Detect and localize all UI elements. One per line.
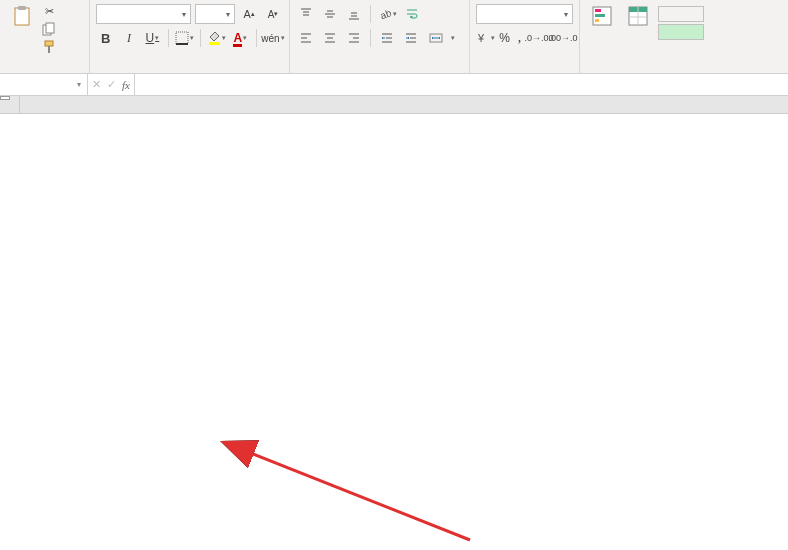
chevron-down-icon: ▾ <box>182 10 186 19</box>
scissors-icon: ✂ <box>41 3 57 19</box>
decrease-font-button[interactable]: A▾ <box>263 4 283 24</box>
table-icon <box>626 4 650 28</box>
currency-button[interactable]: ¥▾ <box>476 28 495 48</box>
increase-indent-button[interactable] <box>401 28 421 48</box>
align-bottom-button[interactable] <box>344 4 364 24</box>
copy-icon <box>41 21 57 37</box>
merge-center-button[interactable]: ▾ <box>425 29 458 47</box>
font-color-button[interactable]: A ▾ <box>231 28 250 48</box>
bucket-icon <box>207 31 221 45</box>
cancel-icon[interactable]: ✕ <box>92 78 101 91</box>
svg-text:¥: ¥ <box>477 32 485 44</box>
svg-rect-1 <box>18 6 26 10</box>
increase-font-button[interactable]: A▴ <box>239 4 259 24</box>
svg-rect-3 <box>46 23 54 33</box>
bold-button[interactable]: B <box>96 28 115 48</box>
underline-button[interactable]: U▾ <box>143 28 162 48</box>
svg-rect-4 <box>45 41 53 46</box>
font-size-combo[interactable]: ▾ <box>195 4 235 24</box>
decrease-decimal-button[interactable]: .00→.0 <box>553 28 573 48</box>
orientation-button[interactable]: ab▾ <box>377 4 397 24</box>
ribbon-group-font: ▾ ▾ A▴ A▾ B I U▾ ▾ ▾ A <box>90 0 290 73</box>
svg-rect-37 <box>595 9 601 12</box>
paste-button[interactable] <box>6 2 38 56</box>
align-left-button[interactable] <box>296 28 316 48</box>
fx-button[interactable]: fx <box>122 79 130 91</box>
orientation-icon: ab <box>378 7 392 21</box>
phonetic-button[interactable]: wén▾ <box>263 28 283 48</box>
formula-bar: ▾ ✕ ✓ fx <box>0 74 788 96</box>
format-painter-button[interactable] <box>38 38 63 56</box>
svg-text:ab: ab <box>378 7 391 21</box>
number-format-combo[interactable]: ▾ <box>476 4 573 24</box>
column-headers <box>20 96 788 114</box>
decrease-indent-button[interactable] <box>377 28 397 48</box>
chevron-down-icon: ▾ <box>564 10 568 19</box>
style-normal[interactable] <box>658 6 704 22</box>
ribbon-group-clipboard: ✂ <box>0 0 90 73</box>
align-middle-button[interactable] <box>320 4 340 24</box>
align-top-button[interactable] <box>296 4 316 24</box>
ribbon-group-alignment: ab▾ ▾ <box>290 0 470 73</box>
svg-rect-5 <box>48 46 50 53</box>
enter-icon[interactable]: ✓ <box>107 78 116 91</box>
align-right-button[interactable] <box>344 28 364 48</box>
conditional-icon <box>590 4 614 28</box>
ribbon-toolbar: ✂ <box>0 0 788 74</box>
fill-color-button[interactable]: ▾ <box>207 28 226 48</box>
conditional-format-button[interactable] <box>586 2 618 56</box>
svg-line-44 <box>248 452 470 540</box>
ribbon-group-styles <box>580 0 788 73</box>
svg-rect-38 <box>595 14 605 17</box>
brush-icon <box>41 39 57 55</box>
selection-tooltip <box>0 96 10 100</box>
chevron-down-icon: ▾ <box>226 10 230 19</box>
svg-rect-0 <box>15 8 29 25</box>
chevron-down-icon: ▾ <box>77 80 81 89</box>
name-box[interactable]: ▾ <box>0 74 88 95</box>
increase-decimal-button[interactable]: .0→.00 <box>529 28 549 48</box>
comma-button[interactable]: , <box>514 28 525 48</box>
ribbon-group-number: ▾ ¥▾ % , .0→.00 .00→.0 <box>470 0 580 73</box>
wrap-icon <box>404 6 420 22</box>
table-format-button[interactable] <box>622 2 654 56</box>
align-center-button[interactable] <box>320 28 340 48</box>
svg-rect-39 <box>595 19 599 22</box>
wrap-text-button[interactable] <box>401 5 426 23</box>
svg-rect-6 <box>176 32 188 44</box>
percent-button[interactable]: % <box>499 28 510 48</box>
italic-button[interactable]: I <box>119 28 138 48</box>
border-icon <box>175 31 189 45</box>
merge-icon <box>428 30 444 46</box>
border-button[interactable]: ▾ <box>175 28 194 48</box>
clipboard-icon <box>10 4 34 28</box>
currency-icon: ¥ <box>476 31 490 45</box>
font-name-combo[interactable]: ▾ <box>96 4 191 24</box>
svg-rect-8 <box>209 42 220 45</box>
cut-button[interactable]: ✂ <box>38 2 63 20</box>
copy-button[interactable] <box>38 20 63 38</box>
style-good[interactable] <box>658 24 704 40</box>
